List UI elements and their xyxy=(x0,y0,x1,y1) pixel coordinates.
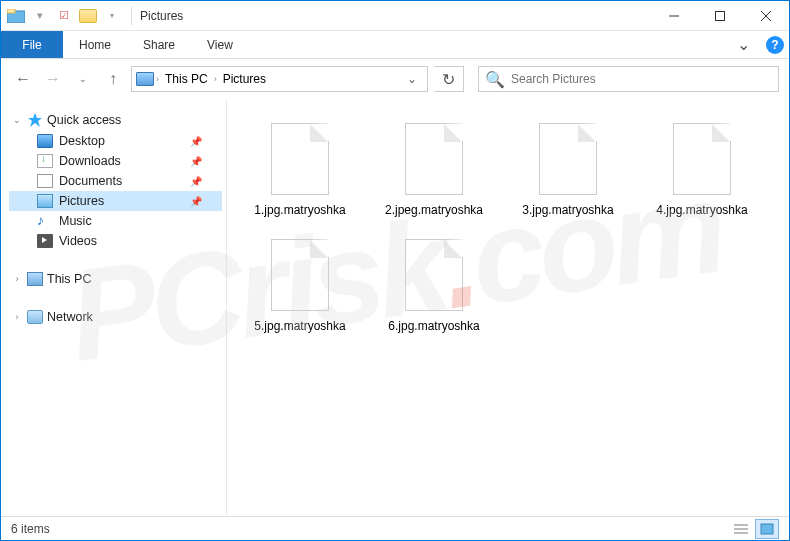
file-name: 6.jpg.matryoshka xyxy=(388,319,479,335)
file-list[interactable]: 1.jpg.matryoshka2.jpeg.matryoshka3.jpg.m… xyxy=(227,99,789,515)
close-button[interactable] xyxy=(743,1,789,31)
pin-icon: 📌 xyxy=(190,176,202,187)
file-name: 4.jpg.matryoshka xyxy=(656,203,747,219)
icons-view-button[interactable] xyxy=(755,519,779,539)
svg-marker-6 xyxy=(28,113,42,127)
qat-newfolder-icon[interactable] xyxy=(77,5,99,27)
help-button[interactable]: ? xyxy=(761,31,789,58)
documents-icon xyxy=(37,174,53,188)
pictures-icon xyxy=(37,194,53,208)
file-item[interactable]: 4.jpg.matryoshka xyxy=(639,117,765,225)
sidebar-item-label: Documents xyxy=(59,174,122,188)
sidebar-item-downloads[interactable]: Downloads📌 xyxy=(9,151,222,171)
file-icon xyxy=(405,123,463,195)
up-button[interactable]: ↑ xyxy=(101,67,125,91)
chevron-right-icon[interactable]: › xyxy=(156,74,159,84)
search-icon: 🔍 xyxy=(485,70,505,89)
file-icon xyxy=(271,239,329,311)
search-input[interactable] xyxy=(511,72,772,86)
qat-divider: ▾ xyxy=(29,5,51,27)
breadcrumb-thispc[interactable]: This PC xyxy=(161,72,212,86)
nav-label: Quick access xyxy=(47,113,121,127)
title-separator xyxy=(131,7,132,25)
file-item[interactable]: 1.jpg.matryoshka xyxy=(237,117,363,225)
file-icon xyxy=(673,123,731,195)
pin-icon: 📌 xyxy=(190,136,202,147)
sidebar-item-label: Desktop xyxy=(59,134,105,148)
status-bar: 6 items xyxy=(1,516,789,540)
refresh-button[interactable]: ↻ xyxy=(434,66,464,92)
sidebar-item-label: Music xyxy=(59,214,92,228)
breadcrumb-pictures[interactable]: Pictures xyxy=(219,72,270,86)
navbar: ← → ⌄ ↑ › This PC › Pictures ⌄ ↻ 🔍 xyxy=(1,59,789,99)
recent-dropdown[interactable]: ⌄ xyxy=(71,67,95,91)
search-box[interactable]: 🔍 xyxy=(478,66,779,92)
file-icon xyxy=(271,123,329,195)
tab-view[interactable]: View xyxy=(191,31,249,58)
back-button[interactable]: ← xyxy=(11,67,35,91)
sidebar-item-desktop[interactable]: Desktop📌 xyxy=(9,131,222,151)
file-tab[interactable]: File xyxy=(1,31,63,58)
sidebar-item-label: Pictures xyxy=(59,194,104,208)
desktop-icon xyxy=(37,134,53,148)
titlebar: ▾ ☑ ▾ Pictures xyxy=(1,1,789,31)
maximize-button[interactable] xyxy=(697,1,743,31)
tab-share[interactable]: Share xyxy=(127,31,191,58)
minimize-button[interactable] xyxy=(651,1,697,31)
qat-dropdown-icon[interactable]: ▾ xyxy=(101,5,123,27)
address-dropdown-icon[interactable]: ⌄ xyxy=(401,72,423,86)
explorer-app-icon xyxy=(5,5,27,27)
qat-properties-icon[interactable]: ☑ xyxy=(53,5,75,27)
music-icon: ♪ xyxy=(37,214,53,228)
pin-icon: 📌 xyxy=(190,156,202,167)
file-name: 1.jpg.matryoshka xyxy=(254,203,345,219)
star-icon xyxy=(27,112,43,128)
pc-icon xyxy=(27,272,43,286)
item-count: 6 items xyxy=(11,522,50,536)
nav-label: Network xyxy=(47,310,93,324)
file-icon xyxy=(405,239,463,311)
downloads-icon xyxy=(37,154,53,168)
expand-icon[interactable]: › xyxy=(11,312,23,322)
network-icon xyxy=(27,310,43,324)
svg-rect-10 xyxy=(761,524,773,534)
file-name: 3.jpg.matryoshka xyxy=(522,203,613,219)
file-name: 2.jpeg.matryoshka xyxy=(385,203,483,219)
videos-icon xyxy=(37,234,53,248)
pin-icon: 📌 xyxy=(190,196,202,207)
address-bar[interactable]: › This PC › Pictures ⌄ xyxy=(131,66,428,92)
nav-quick-access[interactable]: ⌄ Quick access xyxy=(9,109,222,131)
sidebar-item-label: Downloads xyxy=(59,154,121,168)
chevron-right-icon[interactable]: › xyxy=(214,74,217,84)
file-name: 5.jpg.matryoshka xyxy=(254,319,345,335)
svg-rect-3 xyxy=(716,11,725,20)
forward-button[interactable]: → xyxy=(41,67,65,91)
file-item[interactable]: 2.jpeg.matryoshka xyxy=(371,117,497,225)
svg-rect-1 xyxy=(7,9,15,13)
file-item[interactable]: 6.jpg.matryoshka xyxy=(371,233,497,341)
expand-icon[interactable]: › xyxy=(11,274,23,284)
file-icon xyxy=(539,123,597,195)
sidebar-item-videos[interactable]: Videos xyxy=(9,231,222,251)
location-icon xyxy=(136,72,154,86)
tab-home[interactable]: Home xyxy=(63,31,127,58)
file-item[interactable]: 3.jpg.matryoshka xyxy=(505,117,631,225)
ribbon: File Home Share View ⌄ ? xyxy=(1,31,789,59)
file-item[interactable]: 5.jpg.matryoshka xyxy=(237,233,363,341)
sidebar-item-label: Videos xyxy=(59,234,97,248)
nav-this-pc[interactable]: › This PC xyxy=(9,269,222,289)
window-title: Pictures xyxy=(140,9,183,23)
details-view-button[interactable] xyxy=(729,519,753,539)
ribbon-collapse-button[interactable]: ⌄ xyxy=(725,31,761,58)
nav-network[interactable]: › Network xyxy=(9,307,222,327)
sidebar-item-documents[interactable]: Documents📌 xyxy=(9,171,222,191)
sidebar-item-music[interactable]: ♪Music xyxy=(9,211,222,231)
nav-label: This PC xyxy=(47,272,91,286)
sidebar-item-pictures[interactable]: Pictures📌 xyxy=(9,191,222,211)
expand-icon[interactable]: ⌄ xyxy=(11,115,23,125)
navigation-pane: ⌄ Quick access Desktop📌Downloads📌Documen… xyxy=(1,99,227,515)
